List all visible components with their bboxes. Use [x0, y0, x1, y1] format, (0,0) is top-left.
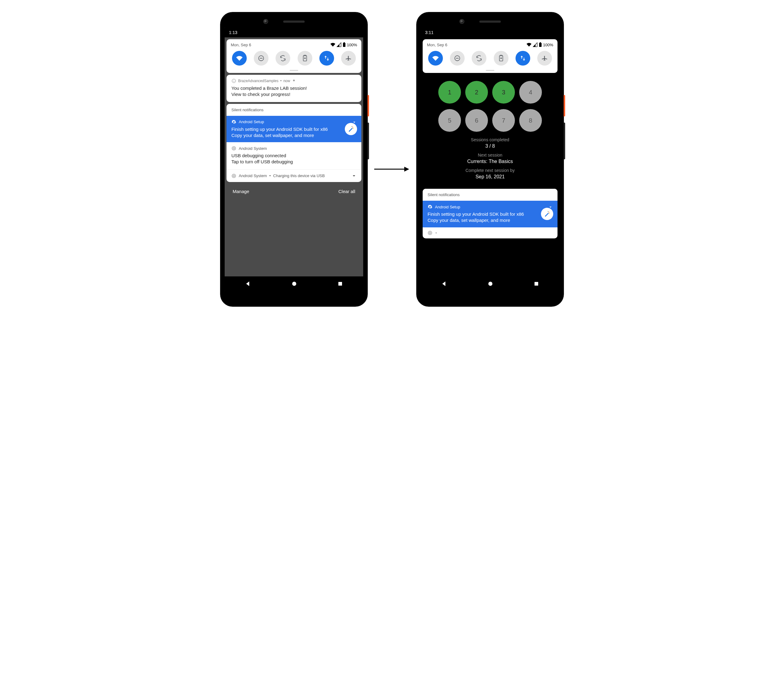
notification-braze[interactable]: BrazeAdvancedSamples • now You completed…	[227, 75, 361, 102]
battery-icon	[343, 42, 346, 47]
qs-tile-airplane[interactable]	[341, 51, 356, 65]
due-value: Sep 16, 2021	[426, 174, 554, 180]
qs-tile-dnd[interactable]	[450, 51, 465, 65]
notification-line1: You completed a Braze LAB session!	[232, 85, 356, 91]
back-button[interactable]	[245, 281, 251, 287]
status-bar: 3:11	[421, 28, 559, 37]
session-bubble-8: 8	[519, 109, 542, 132]
speaker-grille	[479, 20, 501, 23]
notification-charging[interactable]: Android System • Charging this device vi…	[227, 170, 361, 182]
drag-handle[interactable]	[486, 70, 495, 71]
svg-rect-33	[535, 282, 538, 286]
screen: 3:11 Mon, Sep 6 100% 1234	[421, 28, 559, 291]
dot: •	[269, 173, 271, 178]
svg-rect-5	[304, 55, 306, 56]
qs-tile-battery-saver[interactable]	[298, 51, 312, 65]
shade-footer: Manage Clear all	[227, 184, 361, 196]
notification-android-setup[interactable]: Android Setup Finish setting up your And…	[423, 201, 557, 227]
setup-header: Android Setup	[239, 120, 264, 124]
svg-point-12	[232, 146, 236, 150]
screen: 1:13 Mon, Sep 6 100%	[225, 28, 363, 291]
status-bar: 1:13	[225, 28, 363, 37]
manage-button[interactable]: Manage	[233, 189, 249, 194]
svg-point-28	[549, 213, 549, 213]
qs-date: Mon, Sep 6	[231, 43, 251, 47]
arrow-icon	[373, 165, 411, 174]
qs-tile-data[interactable]	[515, 51, 530, 65]
system-line2: Tap to turn off USB debugging	[232, 159, 356, 165]
svg-point-27	[548, 212, 549, 212]
setup-line1: Finish setting up your Android SDK built…	[232, 126, 339, 132]
session-bubble-7: 7	[492, 109, 515, 132]
qs-tile-battery-saver[interactable]	[494, 51, 509, 65]
front-camera	[459, 19, 464, 24]
status-clock: 1:13	[229, 30, 237, 35]
notification-shade[interactable]: Mon, Sep 6 100% 1234 5678 Sessions compl…	[421, 37, 559, 277]
phone-right: 3:11 Mon, Sep 6 100% 1234	[417, 12, 564, 306]
setup-header: Android Setup	[435, 205, 460, 209]
notification-android-setup[interactable]: Android Setup Finish setting up your And…	[227, 116, 361, 143]
wifi-icon	[527, 42, 532, 47]
svg-point-9	[352, 127, 353, 127]
svg-point-29	[548, 211, 548, 212]
drag-handle[interactable]	[289, 70, 298, 71]
qs-tile-airplane[interactable]	[537, 51, 552, 65]
notification-app-name: BrazeAdvancedSamples	[238, 79, 278, 83]
app-icon	[232, 78, 236, 83]
qs-tile-rotate[interactable]	[472, 51, 486, 65]
session-bubble-4: 4	[519, 81, 542, 104]
qs-tile-dnd[interactable]	[254, 51, 269, 65]
setup-line2: Copy your data, set wallpaper, and more	[428, 217, 535, 224]
status-icons: 100%	[527, 42, 553, 47]
svg-rect-0	[343, 43, 345, 47]
overview-button[interactable]	[338, 281, 343, 286]
compact-app: Android System	[239, 173, 267, 178]
silent-notifications-group: Silent notifications Android Setup Finis…	[227, 104, 361, 182]
progress-notification[interactable]: 1234 5678 Sessions completed 3 / 8 Next …	[423, 75, 557, 187]
notification-line2: View to check your progress!	[232, 91, 356, 98]
system-line1: USB debugging connected	[232, 152, 356, 159]
session-bubble-2: 2	[465, 81, 488, 104]
back-button[interactable]	[441, 281, 447, 287]
svg-rect-1	[344, 42, 345, 43]
svg-rect-24	[500, 55, 502, 56]
overflow-dot	[436, 232, 437, 233]
alert-icon	[292, 79, 296, 83]
session-bubble-6: 6	[465, 109, 488, 132]
collapsed-notification[interactable]	[423, 227, 557, 238]
notification-shade[interactable]: Mon, Sep 6 100% BrazeAdvancedSamples •	[225, 37, 363, 277]
quick-settings-panel: Mon, Sep 6 100%	[227, 39, 361, 73]
compact-text: Charging this device via USB	[273, 173, 325, 178]
navigation-bar	[225, 277, 363, 291]
battery-percent: 100%	[347, 43, 357, 47]
system-icon	[428, 230, 432, 235]
silent-notifications-group: Silent notifications Android Setup Finis…	[423, 189, 557, 238]
home-button[interactable]	[291, 281, 297, 287]
svg-point-32	[488, 281, 492, 286]
qs-tile-wifi[interactable]	[232, 51, 247, 65]
qs-tile-data[interactable]	[319, 51, 334, 65]
sessions-completed-value: 3 / 8	[426, 143, 554, 149]
phone-left: 1:13 Mon, Sep 6 100%	[220, 12, 367, 306]
qs-tile-rotate[interactable]	[275, 51, 290, 65]
silent-label: Silent notifications	[227, 104, 361, 116]
next-session-value: Currents: The Basics	[426, 159, 554, 164]
svg-rect-17	[338, 282, 342, 286]
setup-line1: Finish setting up your Android SDK built…	[428, 211, 535, 217]
svg-point-14	[232, 174, 236, 178]
clear-all-button[interactable]: Clear all	[338, 189, 355, 194]
home-button[interactable]	[487, 281, 493, 287]
notification-usb-debugging[interactable]: Android System USB debugging connected T…	[227, 142, 361, 169]
sessions-completed-label: Sessions completed	[426, 137, 554, 142]
svg-rect-19	[539, 43, 541, 47]
svg-point-10	[353, 128, 353, 128]
battery-icon	[539, 42, 542, 47]
dot: •	[280, 79, 282, 83]
session-bubble-1: 1	[438, 81, 461, 104]
wifi-icon	[330, 42, 335, 47]
overview-button[interactable]	[534, 281, 539, 286]
battery-percent: 100%	[543, 43, 553, 47]
qs-tile-wifi[interactable]	[428, 51, 443, 65]
status-icons: 100%	[330, 42, 357, 47]
chevron-down-icon[interactable]	[352, 173, 356, 178]
